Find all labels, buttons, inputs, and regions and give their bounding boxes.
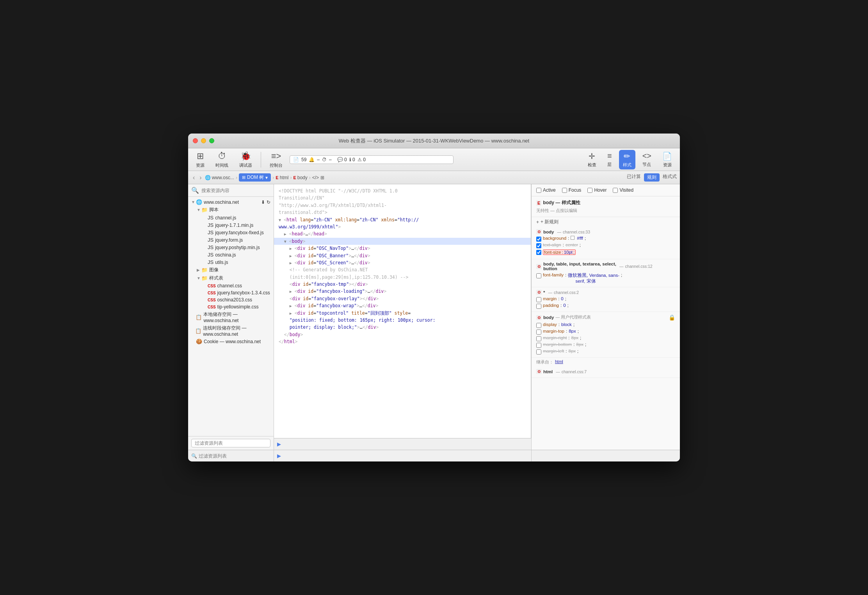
sidebar-tree: ▼ 🌐 www.oschina.net ⬇ ↻ ▼ 📁 脚本 JS channe… <box>188 197 274 436</box>
rule4-margintop-cb[interactable] <box>536 330 541 335</box>
download-action-icon[interactable]: ⬇ <box>261 200 265 205</box>
rule3-padding-cb[interactable] <box>536 304 541 309</box>
window-title: Web 检查器 — iOS Simulator — 2015-01-31-WKW… <box>339 137 529 144</box>
focus-cb-input[interactable] <box>562 188 567 193</box>
html-rule-source[interactable]: channel.css:7 <box>562 369 587 374</box>
rule4-display-cb[interactable] <box>536 323 541 328</box>
back-button[interactable]: ‹ <box>191 173 196 182</box>
code-line-14: <div id="fancybox-tmp"></div> <box>274 281 531 288</box>
sidebar-item-channel-css[interactable]: CSS channel.css <box>188 282 274 289</box>
sidebar-item-fancybox-css[interactable]: CSS jquery.fancybox-1.3.4.css <box>188 289 274 296</box>
js-icon-4: JS <box>208 237 213 243</box>
inherit-row: 继承自： html <box>532 358 680 367</box>
hover-checkbox[interactable]: Hover <box>587 187 607 193</box>
rule1-fontsize-cb[interactable] <box>536 250 541 255</box>
sidebar-item-sessionstorage[interactable]: 📋 连线时段储存空间 — www.oschina.net <box>188 324 274 338</box>
code-panel-bottom: ▶ <box>274 438 531 450</box>
refresh-icon[interactable]: ↻ <box>267 200 270 205</box>
sidebar-item-fancybox-fixed[interactable]: JS jquery.fancybox-fixed.js <box>188 229 274 236</box>
inherit-link[interactable]: html <box>555 359 563 365</box>
resources-button[interactable]: ⊞ 资源 <box>192 150 208 170</box>
sidebar-item-oschina-css[interactable]: CSS oschina2013.css <box>188 296 274 303</box>
inspector-bottom <box>532 450 680 461</box>
sidebar-item-utils[interactable]: JS utils.js <box>188 258 274 266</box>
sidebar-item-poshytip[interactable]: JS jquery.poshytip.min.js <box>188 244 274 251</box>
sidebar-item-root[interactable]: ▼ 🌐 www.oschina.net ⬇ ↻ <box>188 198 274 206</box>
code-line-19: "position: fixed; bottom: 165px; right: … <box>274 317 531 324</box>
layers-button[interactable]: ≡ 层 <box>603 150 616 169</box>
timeline-button[interactable]: ⏱ 时间线 <box>212 150 232 170</box>
download-icon: 🔔 <box>309 157 315 162</box>
new-rule-button[interactable]: + + 新规则 <box>532 217 680 227</box>
hover-cb-input[interactable] <box>587 188 592 193</box>
dom-tree-selector[interactable]: ⊞ DOM 树 ▾ <box>239 173 271 182</box>
sidebar-item-jqueryform[interactable]: JS jquery.form.js <box>188 236 274 244</box>
forward-button[interactable]: › <box>198 173 203 182</box>
inspector-panel: Active Focus Hover Visited <box>532 184 680 450</box>
rule4-marginleft-cb[interactable] <box>536 349 541 355</box>
inspect-button[interactable]: ✛ 检查 <box>584 150 600 169</box>
rule4-marginbottom-cb[interactable] <box>536 343 541 348</box>
window-controls[interactable] <box>193 138 214 143</box>
rule3-source-link[interactable]: channel.css:2 <box>554 290 579 295</box>
e-icon-1: E <box>276 175 278 180</box>
sidebar-item-localstorage[interactable]: 📋 本地储存空间 — www.oschina.net <box>188 310 274 324</box>
rule2-source-link[interactable]: channel.css:12 <box>625 264 653 269</box>
resources-icon: ⊞ <box>197 151 204 161</box>
bottom-bar: 🔍 ▶ <box>188 450 680 461</box>
focus-checkbox[interactable]: Focus <box>562 187 582 193</box>
source-label: 资源 <box>663 162 672 168</box>
breadcrumb-site[interactable]: 🌐 www.osc... <box>205 175 234 180</box>
breadcrumb-html[interactable]: E html <box>276 175 288 180</box>
stylesheets-label: 样式表 <box>209 275 223 281</box>
rule3-header: ⊙ * — channel.css:2 <box>536 290 675 295</box>
rule1-textalign-cb[interactable] <box>536 243 541 248</box>
dom-code-panel[interactable]: <!DOCTYPE html PUBLIC "-//W3C//DTD XHTML… <box>274 184 531 438</box>
cookie-icon: 🍪 <box>196 338 202 344</box>
format-tab[interactable]: 格式式 <box>663 173 677 182</box>
rule2-fontfamily-cb[interactable] <box>536 273 541 278</box>
code-line-16: <div id="fancybox-overlay"></div> <box>274 295 531 302</box>
close-button[interactable] <box>193 138 198 143</box>
folder-icon-scripts: 📁 <box>201 207 208 213</box>
sidebar-item-stylesheets[interactable]: ▼ 📁 样式表 <box>188 274 274 282</box>
sidebar-item-jquery[interactable]: JS jquery-1.7.1.min.js <box>188 221 274 229</box>
filter-bottom-input[interactable] <box>199 453 270 459</box>
styles-button[interactable]: ✏ 样式 <box>619 150 635 169</box>
body-specificity[interactable]: 无特性 — 点按以编辑 <box>536 208 675 214</box>
rule1-background-cb[interactable] <box>536 237 541 242</box>
rules-tab[interactable]: 规则 <box>644 173 660 182</box>
layers-icon: ≡ <box>607 151 612 160</box>
visited-cb-input[interactable] <box>613 188 618 193</box>
sidebar-item-channel-js[interactable]: JS channel.js <box>188 214 274 221</box>
active-checkbox[interactable]: Active <box>536 187 556 193</box>
rule4-prop-margintop: margin-top : 8px ; <box>536 328 675 335</box>
nodes-button[interactable]: <> 节点 <box>639 150 655 169</box>
debug-button[interactable]: 🐞 调试器 <box>235 150 256 170</box>
console-button[interactable]: ≡> 控制台 <box>266 150 286 170</box>
breadcrumb-body[interactable]: E body <box>293 175 307 180</box>
search-input[interactable] <box>201 188 270 193</box>
console-count: 💬 0 <box>337 157 347 162</box>
sidebar-item-oschina[interactable]: JS oschina.js <box>188 251 274 258</box>
sidebar-item-cookie[interactable]: 🍪 Cookie — www.oschina.net <box>188 338 274 345</box>
visited-checkbox[interactable]: Visited <box>613 187 633 193</box>
site-icon: 🌐 <box>205 175 211 180</box>
rule1-source-link[interactable]: channel.css:33 <box>563 230 590 234</box>
maximize-button[interactable] <box>209 138 214 143</box>
sidebar-item-scripts[interactable]: ▼ 📁 脚本 <box>188 206 274 214</box>
new-rule-label: + 新规则 <box>541 219 559 225</box>
minimize-button[interactable] <box>201 138 206 143</box>
file-label-channel-js: channel.js <box>215 215 236 221</box>
grid-icon: ⊞ <box>320 175 324 180</box>
active-cb-input[interactable] <box>536 188 541 193</box>
tri-stylesheets: ▼ <box>197 276 201 280</box>
rule3-margin-cb[interactable] <box>536 297 541 302</box>
source-button[interactable]: 📄 资源 <box>658 150 676 169</box>
sidebar-item-images[interactable]: ▶ 📁 图像 <box>188 266 274 274</box>
rule4-marginright-cb[interactable] <box>536 336 541 341</box>
computed-tab[interactable]: 已计算 <box>627 173 641 182</box>
sidebar-item-tip-css[interactable]: CSS tip-yellowsimple.css <box>188 303 274 310</box>
filter-input[interactable] <box>191 439 270 447</box>
code-line-12: <!-- Generated by OsChina.NET <box>274 266 531 273</box>
